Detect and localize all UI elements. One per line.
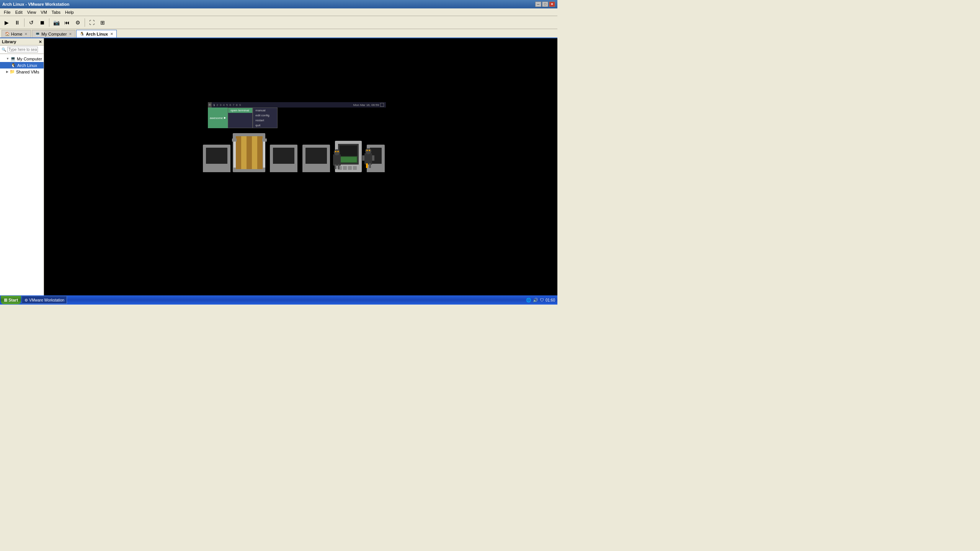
tab-mycomputer[interactable]: 💻 My Computer ✕	[32, 30, 75, 37]
vm-display-area[interactable]: ⊞ 1 2 3 4 5 6 7 8 9 Mon Mar 16, 06:59 aw…	[44, 38, 557, 295]
stop-button[interactable]: ⏹	[37, 18, 47, 28]
taskbar-vmware-icon: ⚙	[24, 298, 28, 302]
minimize-button[interactable]: ─	[535, 2, 541, 7]
tab-mycomputer-close[interactable]: ✕	[69, 32, 72, 36]
tab-home-close[interactable]: ✕	[24, 32, 28, 36]
menu-tabs[interactable]: Tabs	[49, 9, 63, 15]
svg-rect-37	[338, 165, 340, 169]
library-panel: Library ✕ 🔍 ▼ 💻 My Computer 🐧 Arch Linux…	[0, 38, 44, 295]
svg-rect-16	[270, 164, 297, 172]
menu-open-terminal[interactable]: open terminal	[228, 108, 252, 113]
workspace-6[interactable]: 6	[229, 103, 232, 107]
context-menu: awesome ▶ open terminal manual edit conf…	[208, 108, 278, 128]
expand-arrow-mycomputer: ▼	[6, 57, 9, 60]
toolbar-separator-2	[49, 18, 49, 27]
svg-rect-25	[348, 166, 352, 170]
taskbar-vmware-label: VMware Workstation	[29, 298, 64, 302]
svg-rect-45	[372, 155, 374, 161]
wm-workspaces: 1 2 3 4 5 6 7 8 9	[212, 103, 242, 107]
tree-mycomputer-label: My Computer	[17, 57, 42, 61]
menu-edit-config[interactable]: edit config	[253, 113, 277, 118]
tab-archlinux[interactable]: 🐧 Arch Linux ✕	[76, 30, 116, 37]
awesome-logo-graphic	[203, 133, 385, 179]
menu-restart[interactable]: restart	[253, 118, 277, 123]
svg-rect-13	[262, 139, 267, 142]
snapshot-button[interactable]: 📷	[51, 18, 61, 28]
computer-tree-icon: 💻	[10, 56, 16, 61]
svg-rect-36	[335, 165, 336, 169]
tab-archlinux-label: Arch Linux	[86, 32, 108, 36]
svg-rect-7	[247, 136, 252, 169]
close-button[interactable]: ✕	[549, 2, 555, 7]
library-search-input[interactable]	[7, 47, 38, 52]
toolbar-separator-1	[24, 18, 24, 27]
svg-point-34	[335, 151, 336, 152]
svg-rect-8	[252, 136, 257, 169]
revert-button[interactable]: ⏮	[62, 18, 72, 28]
workspace-9[interactable]: 9	[238, 103, 242, 107]
menu-bar: File Edit View VM Tabs Help	[0, 8, 557, 16]
svg-rect-19	[302, 164, 330, 172]
tab-home[interactable]: 🏠 Home ✕	[2, 30, 31, 37]
wm-rect-icon	[380, 103, 384, 107]
tree-archlinux[interactable]: 🐧 Arch Linux	[0, 62, 44, 68]
workspace-8[interactable]: 8	[235, 103, 238, 107]
workspace-4[interactable]: 4	[222, 103, 225, 107]
menu-quit[interactable]: quit	[253, 123, 277, 128]
workspace-2[interactable]: 2	[216, 103, 219, 107]
wm-clock: Mon Mar 16, 06:59	[353, 103, 386, 107]
tree-sharedvms-label: Shared VMs	[16, 70, 39, 74]
power-button[interactable]: ▶	[2, 18, 11, 28]
library-title: Library	[2, 39, 16, 44]
workspace-7[interactable]: 7	[232, 103, 235, 107]
library-tree: ▼ 💻 My Computer 🐧 Arch Linux ▶ 📁 Shared …	[0, 54, 44, 295]
svg-rect-9	[257, 136, 263, 169]
tray-network-icon: 🌐	[526, 298, 531, 303]
menu-vm[interactable]: VM	[38, 9, 49, 15]
menu-help[interactable]: Help	[63, 9, 76, 15]
svg-rect-2	[203, 164, 230, 172]
linux-tree-icon: 🐧	[11, 63, 16, 68]
menu-view[interactable]: View	[25, 9, 39, 15]
menu-edit[interactable]: Edit	[13, 9, 25, 15]
workspace-1[interactable]: 1	[212, 103, 216, 107]
title-bar-controls: ─ □ ✕	[535, 2, 555, 7]
unity-button[interactable]: ⊞	[98, 18, 108, 28]
start-button[interactable]: ⊞ Start	[1, 296, 21, 304]
maximize-button[interactable]: □	[542, 2, 548, 7]
toolbar: ▶ ⏸ ↺ ⏹ 📷 ⏮ ⚙ ⛶ ⊞	[0, 16, 557, 29]
tag-arrow: ▶	[224, 116, 226, 119]
reset-button[interactable]: ↺	[26, 18, 36, 28]
workspace-5[interactable]: 5	[225, 103, 229, 107]
svg-rect-11	[263, 141, 265, 168]
workspace-3[interactable]: 3	[219, 103, 222, 107]
tab-home-label: Home	[11, 32, 22, 36]
svg-rect-38	[364, 153, 372, 165]
submenu-2: manual edit config restart quit	[253, 108, 278, 128]
awesome-tag[interactable]: awesome ▶	[208, 108, 228, 128]
tree-mycomputer[interactable]: ▼ 💻 My Computer	[0, 55, 44, 62]
svg-rect-12	[232, 139, 237, 142]
menu-manual[interactable]: manual	[253, 108, 277, 113]
manage-button[interactable]: ⚙	[73, 18, 83, 28]
svg-point-35	[337, 151, 339, 152]
windows-taskbar: ⊞ Start ⚙ VMware Workstation 🌐 🔊 🛡 01:60	[0, 295, 557, 305]
tab-bar: 🏠 Home ✕ 💻 My Computer ✕ 🐧 Arch Linux ✕	[0, 29, 557, 38]
tree-sharedvms[interactable]: ▶ 📁 Shared VMs	[0, 68, 44, 75]
tab-archlinux-close[interactable]: ✕	[110, 32, 113, 36]
tag-label: awesome	[210, 116, 223, 120]
fullscreen-button[interactable]: ⛶	[87, 18, 97, 28]
start-icon: ⊞	[4, 298, 7, 303]
library-close-button[interactable]: ✕	[39, 40, 42, 44]
clock-text: Mon Mar 16, 06:59	[353, 103, 379, 107]
svg-rect-24	[343, 166, 347, 170]
menu-file[interactable]: File	[2, 9, 13, 15]
svg-rect-44	[362, 155, 364, 161]
awesome-wm-taskbar: ⊞ 1 2 3 4 5 6 7 8 9 Mon Mar 16, 06:59	[208, 102, 386, 108]
pause-button[interactable]: ⏸	[12, 18, 22, 28]
taskbar-vmware[interactable]: ⚙ VMware Workstation	[22, 296, 67, 304]
tray-volume-icon: 🔊	[533, 298, 538, 303]
wm-logo: ⊞	[208, 102, 212, 108]
start-label: Start	[8, 298, 18, 302]
computer-icon: 💻	[35, 32, 40, 36]
